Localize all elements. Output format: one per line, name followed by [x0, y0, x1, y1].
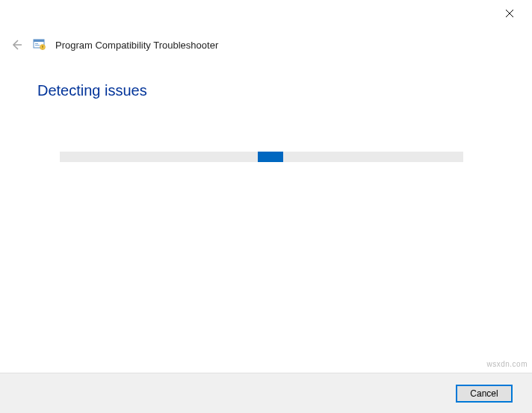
- main-content: Detecting issues: [0, 52, 532, 162]
- app-icon: [33, 38, 46, 52]
- header-row: Program Compatibility Troubleshooter: [0, 27, 532, 52]
- close-icon: [505, 9, 514, 18]
- progress-bar: [60, 152, 463, 162]
- footer: Cancel: [0, 373, 532, 413]
- svg-rect-4: [34, 40, 44, 42]
- close-button[interactable]: [498, 1, 522, 25]
- svg-rect-5: [35, 43, 38, 44]
- back-arrow-icon: [10, 38, 23, 52]
- cancel-button[interactable]: Cancel: [456, 385, 513, 403]
- progress-indicator: [258, 152, 283, 162]
- back-button[interactable]: [9, 37, 24, 52]
- svg-rect-6: [35, 45, 40, 46]
- watermark: wsxdn.com: [486, 360, 528, 368]
- page-heading: Detecting issues: [37, 82, 495, 99]
- titlebar: [0, 0, 532, 27]
- window-title: Program Compatibility Troubleshooter: [55, 40, 218, 51]
